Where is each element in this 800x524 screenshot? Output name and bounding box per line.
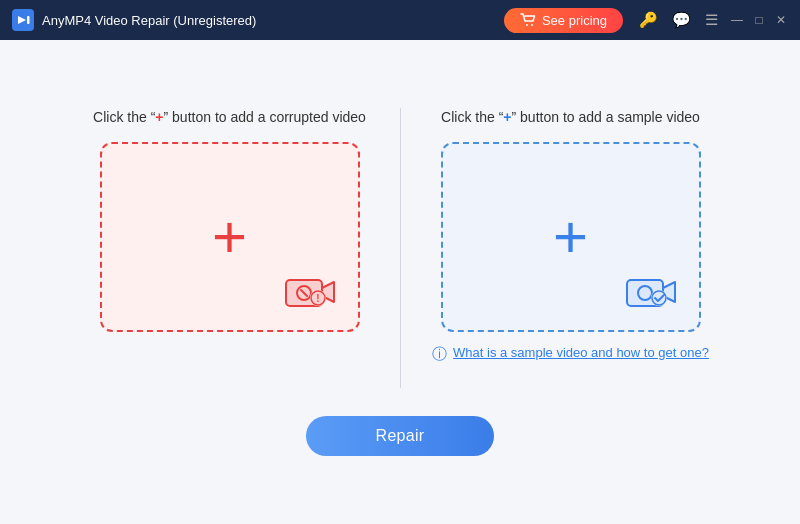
title-bar-icons: 🔑 💬 ☰ [639, 11, 718, 29]
sample-video-help-area: ⓘ What is a sample video and how to get … [432, 344, 709, 364]
add-corrupted-video-button[interactable]: + ! [100, 142, 360, 332]
corrupted-camera-icon: ! [284, 272, 336, 312]
svg-point-13 [638, 286, 652, 300]
title-bar: AnyMP4 Video Repair (Unregistered) See p… [0, 0, 800, 40]
chat-icon[interactable]: 💬 [672, 11, 691, 29]
window-controls: — □ ✕ [730, 13, 788, 27]
close-button[interactable]: ✕ [774, 13, 788, 27]
sample-video-panel: Click the “+” button to add a sample vid… [421, 108, 721, 364]
corrupted-video-panel: Click the “+” button to add a corrupted … [80, 108, 380, 332]
add-corrupted-plus-icon: + [212, 207, 247, 267]
svg-point-2 [526, 24, 528, 26]
panel-divider [400, 108, 401, 388]
maximize-button[interactable]: □ [752, 13, 766, 27]
pricing-label: See pricing [542, 13, 607, 28]
sample-video-link[interactable]: What is a sample video and how to get on… [453, 344, 709, 362]
panels-row: Click the “+” button to add a corrupted … [40, 108, 760, 388]
minimize-button[interactable]: — [730, 13, 744, 27]
app-title: AnyMP4 Video Repair (Unregistered) [42, 13, 504, 28]
sample-camera-icon [625, 272, 677, 312]
key-icon[interactable]: 🔑 [639, 11, 658, 29]
help-icon: ⓘ [432, 345, 447, 364]
svg-text:!: ! [316, 293, 319, 304]
sample-video-label: Click the “+” button to add a sample vid… [441, 108, 700, 128]
cart-icon [520, 13, 536, 27]
app-logo [12, 9, 34, 31]
main-content: Click the “+” button to add a corrupted … [0, 40, 800, 524]
svg-rect-1 [27, 16, 30, 24]
menu-icon[interactable]: ☰ [705, 11, 718, 29]
corrupted-video-label: Click the “+” button to add a corrupted … [93, 108, 366, 128]
see-pricing-button[interactable]: See pricing [504, 8, 623, 33]
add-sample-plus-icon: + [553, 207, 588, 267]
svg-point-3 [531, 24, 533, 26]
add-sample-video-button[interactable]: + [441, 142, 701, 332]
repair-button[interactable]: Repair [306, 416, 495, 456]
